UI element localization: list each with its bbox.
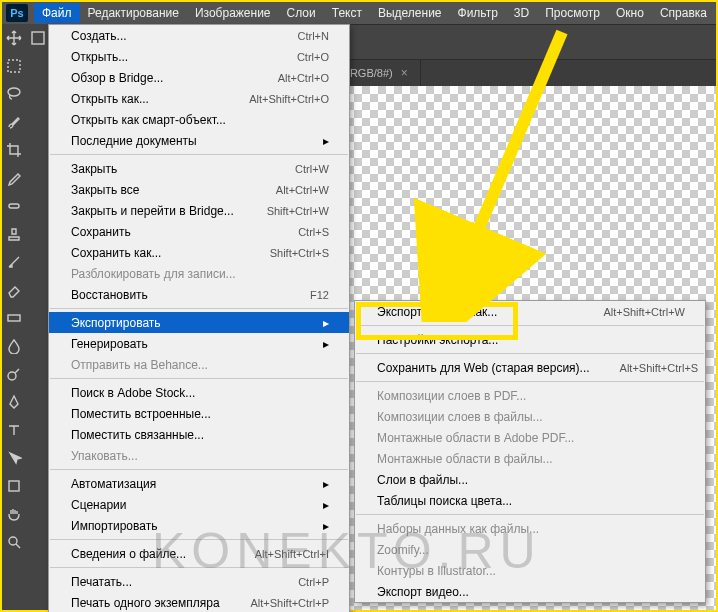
marquee-tool-icon[interactable] — [4, 55, 24, 77]
menu-item[interactable]: Таблицы поиска цвета... — [355, 490, 705, 511]
menu-item-label: Экспорт видео... — [377, 585, 685, 599]
menu-окно[interactable]: Окно — [608, 3, 652, 23]
menu-item[interactable]: Последние документы▸ — [49, 130, 349, 151]
menu-item[interactable]: Закрыть и перейти в Bridge...Shift+Ctrl+… — [49, 200, 349, 221]
svg-rect-0 — [32, 32, 44, 44]
submenu-arrow-icon: ▸ — [323, 498, 329, 512]
menu-item[interactable]: Автоматизация▸ — [49, 473, 349, 494]
menu-item[interactable]: Открыть как...Alt+Shift+Ctrl+O — [49, 88, 349, 109]
menu-item: Композиции слоев в PDF... — [355, 385, 705, 406]
menu-item[interactable]: Генерировать▸ — [49, 333, 349, 354]
menu-item-label: Композиции слоев в PDF... — [377, 389, 685, 403]
menu-shortcut: Ctrl+P — [298, 576, 329, 588]
menu-shortcut: Ctrl+W — [295, 163, 329, 175]
menu-item[interactable]: Закрыть всеAlt+Ctrl+W — [49, 179, 349, 200]
menu-item[interactable]: СохранитьCtrl+S — [49, 221, 349, 242]
blur-tool-icon[interactable] — [4, 335, 24, 357]
menu-изображение[interactable]: Изображение — [187, 3, 279, 23]
menu-item-label: Композиции слоев в файлы... — [377, 410, 685, 424]
menu-item-label: Сведения о файле... — [71, 547, 225, 561]
history-brush-icon[interactable] — [4, 251, 24, 273]
menu-item-label: Сохранить для Web (старая версия)... — [377, 361, 590, 375]
menu-item-label: Открыть как смарт-объект... — [71, 113, 329, 127]
menu-item-label: Генерировать — [71, 337, 303, 351]
menu-item[interactable]: Сведения о файле...Alt+Shift+Ctrl+I — [49, 543, 349, 564]
menu-item-label: Упаковать... — [71, 449, 329, 463]
menu-item[interactable]: Настройки экспорта... — [355, 329, 705, 350]
lasso-tool-icon[interactable] — [4, 83, 24, 105]
menu-item[interactable]: Открыть как смарт-объект... — [49, 109, 349, 130]
menu-item-label: Наборы данных как файлы... — [377, 522, 685, 536]
dodge-tool-icon[interactable] — [4, 363, 24, 385]
menu-item[interactable]: Поместить встроенные... — [49, 403, 349, 424]
menu-shortcut: Ctrl+O — [297, 51, 329, 63]
svg-rect-1 — [8, 60, 20, 72]
menu-item[interactable]: Сохранить для Web (старая версия)...Alt+… — [355, 357, 705, 378]
eyedropper-tool-icon[interactable] — [4, 167, 24, 189]
menu-item[interactable]: Слои в файлы... — [355, 469, 705, 490]
menu-item-label: Zoomify... — [377, 543, 685, 557]
menu-item-label: Сохранить — [71, 225, 268, 239]
menu-shortcut: F12 — [310, 289, 329, 301]
menu-item[interactable]: Поместить связанные... — [49, 424, 349, 445]
menu-shortcut: Alt+Shift+Ctrl+I — [255, 548, 329, 560]
menu-item-label: Разблокировать для записи... — [71, 267, 329, 281]
menu-item-label: Поместить встроенные... — [71, 407, 329, 421]
menu-shortcut: Shift+Ctrl+S — [270, 247, 329, 259]
menu-item[interactable]: Поиск в Adobe Stock... — [49, 382, 349, 403]
menu-item[interactable]: ЗакрытьCtrl+W — [49, 158, 349, 179]
menu-item: Наборы данных как файлы... — [355, 518, 705, 539]
close-icon[interactable]: × — [401, 66, 408, 80]
menu-item[interactable]: Экспорт видео... — [355, 581, 705, 602]
menu-item-label: Открыть как... — [71, 92, 219, 106]
crop-tool-icon[interactable] — [4, 139, 24, 161]
menu-просмотр[interactable]: Просмотр — [537, 3, 608, 23]
pen-tool-icon[interactable] — [4, 391, 24, 413]
file-menu: Создать...Ctrl+NОткрыть...Ctrl+OОбзор в … — [48, 24, 350, 612]
menu-текст[interactable]: Текст — [324, 3, 370, 23]
menu-item[interactable]: Создать...Ctrl+N — [49, 25, 349, 46]
move-tool-icon[interactable] — [4, 27, 24, 49]
menu-item[interactable]: Сохранить как...Shift+Ctrl+S — [49, 242, 349, 263]
type-tool-icon[interactable] — [4, 419, 24, 441]
menu-item[interactable]: Открыть...Ctrl+O — [49, 46, 349, 67]
menu-shortcut: Alt+Shift+Ctrl+O — [249, 93, 329, 105]
menu-item[interactable]: ВосстановитьF12 — [49, 284, 349, 305]
menu-item[interactable]: Печатать...Ctrl+P — [49, 571, 349, 592]
menu-редактирование[interactable]: Редактирование — [80, 3, 187, 23]
menu-item[interactable]: Печать одного экземпляраAlt+Shift+Ctrl+P — [49, 592, 349, 612]
healing-tool-icon[interactable] — [4, 195, 24, 217]
path-select-icon[interactable] — [4, 447, 24, 469]
menu-item: Контуры в Illustrator... — [355, 560, 705, 581]
menu-item: Монтажные области в файлы... — [355, 448, 705, 469]
menu-item[interactable]: Обзор в Bridge...Alt+Ctrl+O — [49, 67, 349, 88]
menu-item[interactable]: Сценарии▸ — [49, 494, 349, 515]
brush-tool-icon[interactable] — [4, 111, 24, 133]
menu-справка[interactable]: Справка — [652, 3, 715, 23]
menu-item[interactable]: Экспортировать▸ — [49, 312, 349, 333]
menu-item-label: Монтажные области в Adobe PDF... — [377, 431, 685, 445]
eraser-tool-icon[interactable] — [4, 279, 24, 301]
hand-tool-icon[interactable] — [4, 503, 24, 525]
menu-shortcut: Ctrl+S — [298, 226, 329, 238]
menu-item[interactable]: Экспортировать как...Alt+Shift+Ctrl+W — [355, 301, 705, 322]
menu-item-label: Контуры в Illustrator... — [377, 564, 685, 578]
menu-item-label: Поиск в Adobe Stock... — [71, 386, 329, 400]
menu-item: Разблокировать для записи... — [49, 263, 349, 284]
menu-слои[interactable]: Слои — [279, 3, 324, 23]
gradient-tool-icon[interactable] — [4, 307, 24, 329]
zoom-tool-icon[interactable] — [4, 531, 24, 553]
shape-tool-icon[interactable] — [4, 475, 24, 497]
svg-point-2 — [8, 88, 20, 96]
stamp-tool-icon[interactable] — [4, 223, 24, 245]
menu-item-label: Импортировать — [71, 519, 303, 533]
menu-item[interactable]: Импортировать▸ — [49, 515, 349, 536]
menu-фильтр[interactable]: Фильтр — [450, 3, 506, 23]
menu-item: Композиции слоев в файлы... — [355, 406, 705, 427]
menu-файл[interactable]: Файл — [34, 3, 80, 23]
menu-item-label: Восстановить — [71, 288, 280, 302]
menu-выделение[interactable]: Выделение — [370, 3, 450, 23]
svg-rect-3 — [9, 204, 19, 208]
artboard-tool-icon[interactable] — [28, 27, 48, 49]
menu-3d[interactable]: 3D — [506, 3, 537, 23]
